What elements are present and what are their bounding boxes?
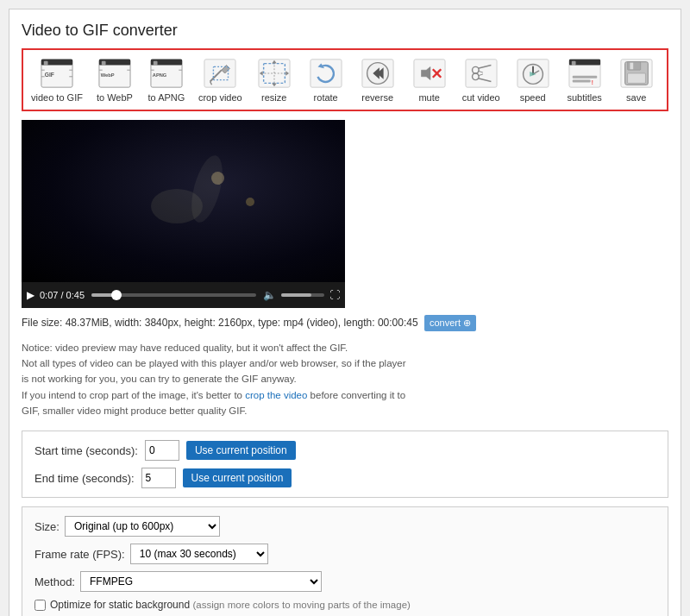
- toolbar-label: subtitles: [568, 92, 602, 103]
- end-time-label: End time (seconds):: [34, 472, 135, 485]
- toolbar-label: cut video: [462, 92, 500, 103]
- fullscreen-button[interactable]: ⛶: [329, 289, 340, 301]
- optimize-label: Optimize for static background (assign m…: [50, 599, 411, 611]
- crop-icon: [203, 57, 237, 90]
- toolbar-mute[interactable]: mute: [405, 53, 454, 106]
- svg-text:WebP: WebP: [101, 72, 115, 78]
- time-display: 0:07 / 0:45: [40, 290, 85, 300]
- toolbar-to-apng[interactable]: APNG to APNG: [142, 53, 191, 106]
- svg-rect-60: [571, 61, 575, 66]
- svg-rect-68: [627, 73, 645, 83]
- use-current-pos-start-button[interactable]: Use current position: [186, 441, 296, 460]
- cut-icon: [464, 57, 499, 90]
- toolbar-label: crop video: [198, 92, 242, 103]
- svg-rect-46: [466, 60, 497, 87]
- toolbar-label: to APNG: [148, 92, 185, 103]
- film-apng-icon: APNG: [149, 57, 184, 90]
- optimize-checkbox[interactable]: [34, 600, 46, 611]
- resize-icon: [257, 57, 292, 90]
- toolbar-label: speed: [520, 92, 546, 103]
- svg-rect-23: [204, 60, 235, 87]
- toolbar-reverse[interactable]: reverse: [354, 53, 402, 106]
- method-select[interactable]: FFMPEG HTML5 canvas: [80, 571, 322, 592]
- toolbar-subtitles[interactable]: ! subtitles: [561, 53, 609, 106]
- start-time-label: Start time (seconds):: [34, 444, 138, 457]
- svg-rect-61: [572, 76, 597, 79]
- size-select[interactable]: Original (up to 600px) 320px 480px 600px…: [65, 516, 220, 537]
- timing-section: Start time (seconds): Use current positi…: [22, 431, 668, 498]
- video-controls-bar: ▶ 0:07 / 0:45 🔈 ⛶: [22, 282, 345, 308]
- svg-rect-11: [102, 61, 106, 66]
- svg-rect-36: [310, 60, 342, 87]
- video-player[interactable]: ▶ 0:07 / 0:45 🔈 ⛶: [22, 120, 345, 308]
- toolbar-resize[interactable]: resize: [250, 53, 298, 106]
- svg-rect-18: [154, 61, 158, 66]
- toolbar: GIF video to GIF WebP: [22, 48, 668, 111]
- method-label: Method:: [34, 575, 75, 588]
- use-current-pos-end-button[interactable]: Use current position: [183, 468, 292, 487]
- subtitles-icon: !: [568, 57, 602, 90]
- svg-rect-67: [630, 63, 633, 70]
- toolbar-label: to WebP: [97, 92, 133, 103]
- svg-text:APNG: APNG: [153, 72, 167, 78]
- svg-rect-66: [627, 62, 640, 71]
- film-gif-icon: GIF: [40, 57, 74, 90]
- page-title: Video to GIF converter: [22, 22, 668, 40]
- toolbar-label: resize: [261, 92, 286, 103]
- play-button[interactable]: ▶: [27, 289, 34, 301]
- toolbar-video-to-gif[interactable]: GIF video to GIF: [27, 53, 87, 106]
- toolbar-label: rotate: [314, 92, 338, 103]
- fps-select[interactable]: 10 (max 30 seconds) 15 (max 20 seconds) …: [130, 544, 268, 564]
- progress-bar[interactable]: [91, 293, 256, 297]
- toolbar-label: reverse: [361, 92, 393, 103]
- video-preview: [22, 120, 345, 282]
- toolbar-to-webp[interactable]: WebP to WebP: [91, 53, 139, 106]
- end-time-input[interactable]: [141, 468, 176, 488]
- convert-badge[interactable]: convert ⊕: [424, 315, 476, 331]
- toolbar-crop-video[interactable]: crop video: [194, 53, 247, 106]
- file-info: File size: 48.37MiB, width: 3840px, heig…: [22, 315, 668, 331]
- toolbar-label: save: [626, 92, 646, 103]
- toolbar-cut-video[interactable]: cut video: [457, 53, 505, 106]
- svg-rect-62: [572, 80, 590, 83]
- toolbar-rotate[interactable]: rotate: [302, 53, 350, 106]
- toolbar-save[interactable]: save: [612, 53, 661, 106]
- volume-icon: 🔈: [263, 289, 276, 301]
- crop-video-link[interactable]: crop the video: [245, 390, 307, 400]
- size-label: Size:: [34, 520, 60, 533]
- toolbar-label: mute: [418, 92, 439, 103]
- mute-icon: [412, 57, 447, 90]
- film-webp-icon: WebP: [97, 57, 132, 90]
- toolbar-label: video to GIF: [31, 92, 83, 103]
- svg-text:GIF: GIF: [45, 72, 54, 78]
- svg-text:!: !: [591, 79, 593, 86]
- start-time-input[interactable]: [145, 440, 179, 461]
- save-icon: [619, 57, 654, 90]
- fps-label: Frame rate (FPS):: [34, 548, 125, 561]
- volume-bar[interactable]: [281, 293, 324, 297]
- rotate-icon: [309, 57, 343, 90]
- svg-rect-2: [44, 61, 48, 66]
- speed-icon: [516, 57, 550, 90]
- settings-section: Size: Original (up to 600px) 320px 480px…: [22, 506, 668, 616]
- notice-text: Notice: video preview may have reduced q…: [22, 340, 668, 419]
- toolbar-speed[interactable]: speed: [509, 53, 557, 106]
- reverse-icon: [361, 57, 395, 90]
